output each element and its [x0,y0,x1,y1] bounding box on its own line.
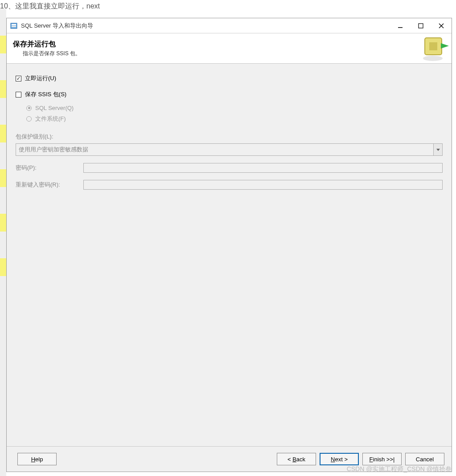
wizard-content: ✓ 立即运行(U) 保存 SSIS 包(S) SQL Server(Q) 文件系… [7,64,452,447]
checkbox-icon: ✓ [16,76,21,81]
save-ssis-checkbox[interactable]: 保存 SSIS 包(S) [16,90,443,98]
run-now-checkbox[interactable]: ✓ 立即运行(U) [16,74,443,82]
filesystem-radio-label: 文件系统(F) [35,115,66,123]
run-now-label: 立即运行(U) [25,74,56,82]
repassword-row: 重新键入密码(R): [16,180,443,190]
svg-point-10 [423,56,443,61]
banner-subheading: 指示是否保存 SSIS 包。 [13,50,81,57]
banner-heading: 保存并运行包 [13,40,81,49]
next-button[interactable]: Next > [320,453,359,465]
radio-icon [26,106,32,111]
cancel-button-label: Cancel [416,456,434,463]
save-ssis-label: 保存 SSIS 包(S) [25,90,66,98]
save-target-radio-group: SQL Server(Q) 文件系统(F) [16,105,443,123]
svg-marker-11 [436,149,440,151]
app-icon [10,22,17,29]
close-icon[interactable] [431,18,452,33]
protection-level-value: 使用用户密钥加密敏感数据 [16,144,433,155]
back-button-label: < Back [288,456,305,463]
help-button[interactable]: Help [17,453,57,465]
minimize-icon[interactable] [390,18,411,33]
titlebar: SQL Server 导入和导出向导 [7,18,452,33]
back-button[interactable]: < Back [277,453,316,465]
help-button-label: Help [31,456,43,463]
checkbox-icon [16,92,21,98]
svg-rect-1 [12,24,16,25]
protection-level-combo: 使用用户密钥加密敏感数据 [16,143,443,156]
svg-marker-9 [441,43,449,49]
step-caption: 10、这里我直接立即运行，next [0,0,456,14]
svg-rect-4 [419,24,423,28]
repassword-label: 重新键入密码(R): [16,181,83,189]
wizard-window: SQL Server 导入和导出向导 保存并运行包 指示是否保存 SSIS 包。 [6,18,452,472]
svg-rect-8 [429,42,437,50]
sql-server-radio: SQL Server(Q) [26,105,443,111]
cancel-button[interactable]: Cancel [405,453,444,465]
wizard-banner: 保存并运行包 指示是否保存 SSIS 包。 [7,33,452,64]
wizard-footer: Help < Back Next > Finish >>| Cancel [7,447,452,472]
svg-rect-2 [12,26,16,27]
password-row: 密码(P): [16,163,443,173]
repassword-input [83,180,443,190]
password-input [83,163,443,173]
svg-rect-3 [398,27,403,28]
window-title: SQL Server 导入和导出向导 [21,22,93,30]
wizard-icon [417,35,449,62]
protection-level-label: 包保护级别(L): [16,133,443,141]
finish-button-label: Finish >>| [370,456,395,463]
maximize-icon[interactable] [411,18,431,33]
window-controls [390,18,452,33]
sql-server-radio-label: SQL Server(Q) [35,105,74,111]
password-label: 密码(P): [16,164,83,172]
finish-button[interactable]: Finish >>| [362,453,402,465]
chevron-down-icon [433,144,442,155]
filesystem-radio: 文件系统(F) [26,115,443,123]
background-strip [0,9,6,476]
next-button-label: Next > [331,456,348,463]
radio-icon [26,116,32,122]
